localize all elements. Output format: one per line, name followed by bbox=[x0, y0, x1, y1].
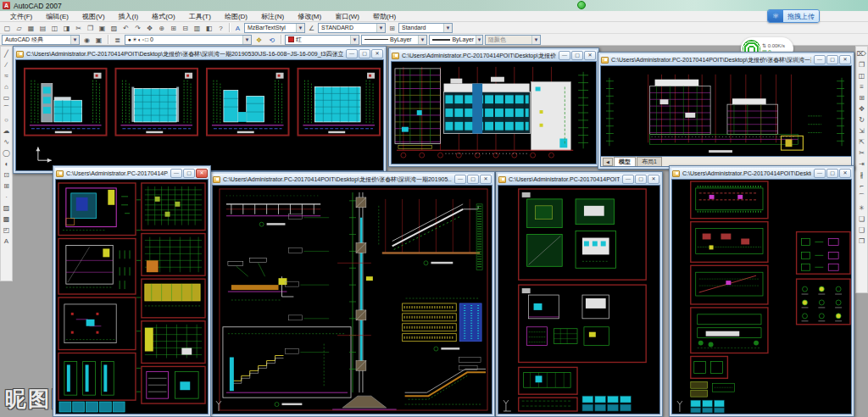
undo-icon[interactable]: ↶ bbox=[120, 23, 131, 33]
minimize-button[interactable]: — bbox=[170, 169, 182, 178]
properties-icon[interactable]: ▥ bbox=[192, 23, 203, 33]
draworder-front-icon[interactable]: ❏ bbox=[856, 214, 867, 225]
hatch-icon[interactable]: ▨ bbox=[1, 203, 12, 214]
combo-arrow-icon[interactable]: ▼ bbox=[476, 36, 482, 44]
close-button[interactable]: ✕ bbox=[648, 175, 659, 184]
tray-green-icon[interactable] bbox=[577, 1, 586, 9]
combo-arrow-icon[interactable]: ▼ bbox=[242, 36, 251, 44]
combo-arrow-icon[interactable]: ▼ bbox=[443, 24, 452, 32]
minimize-button[interactable]: — bbox=[559, 51, 570, 60]
draworder-above-icon[interactable]: ❒ bbox=[856, 236, 867, 247]
tab-layout1[interactable]: 布局1 bbox=[637, 157, 662, 166]
arc-icon[interactable]: ⌒ bbox=[1, 103, 12, 114]
window-titlebar[interactable]: C:\Users\Administrator.PC-20170414POIT\D… bbox=[55, 168, 209, 179]
minimize-button[interactable]: — bbox=[814, 55, 826, 64]
offset-icon[interactable]: ≡ bbox=[856, 81, 867, 92]
drawing-canvas[interactable] bbox=[55, 179, 209, 414]
scale-icon[interactable]: ⇲ bbox=[856, 125, 867, 136]
save-file-icon[interactable]: ▦ bbox=[25, 23, 36, 33]
tab-model[interactable]: 模型 bbox=[614, 157, 636, 166]
line-icon[interactable]: ╱ bbox=[1, 48, 12, 59]
mtext-icon[interactable]: A bbox=[1, 236, 12, 247]
drawing-canvas[interactable] bbox=[498, 185, 660, 414]
window-titlebar[interactable]: C:\Users\Administrator.PC-20170414POIT\D… bbox=[600, 54, 852, 65]
zoom-realtime-icon[interactable]: ⊕ bbox=[156, 23, 167, 33]
window-titlebar[interactable]: C:\Users\Administrator.PC-20170414POIT\D… bbox=[671, 168, 852, 179]
copy-object-icon[interactable]: ❐ bbox=[856, 59, 867, 70]
menu-dimension[interactable]: 标注(N) bbox=[254, 11, 291, 22]
menu-window[interactable]: 窗口(W) bbox=[328, 11, 366, 22]
explode-icon[interactable]: ✳ bbox=[856, 203, 867, 214]
close-button[interactable]: ✕ bbox=[480, 175, 492, 184]
plot-preview-icon[interactable]: ◫ bbox=[49, 23, 60, 33]
menu-tools[interactable]: 工具(T) bbox=[182, 11, 218, 22]
polyline-icon[interactable]: ≈ bbox=[1, 70, 12, 81]
insert-block-icon[interactable]: ⊡ bbox=[1, 170, 12, 181]
trim-icon[interactable]: ✂ bbox=[856, 147, 867, 158]
match-properties-icon[interactable]: ▨ bbox=[108, 23, 120, 33]
menu-modify[interactable]: 修改(M) bbox=[291, 11, 328, 22]
drawing-window-panels[interactable]: C:\Users\Administrator.PC-20170414POIT..… bbox=[495, 171, 663, 417]
combo-arrow-icon[interactable]: ▼ bbox=[350, 36, 359, 44]
dim-style-combo[interactable]: STANDARD▼ bbox=[318, 23, 386, 33]
minimize-button[interactable]: — bbox=[346, 49, 358, 58]
combo-arrow-icon[interactable]: ▼ bbox=[296, 24, 304, 32]
workspace-settings-icon[interactable]: ◉ bbox=[81, 35, 92, 45]
table-style-icon[interactable]: ⊞ bbox=[387, 23, 398, 33]
extend-icon[interactable]: ⇥ bbox=[856, 158, 867, 170]
redo-icon[interactable]: ↷ bbox=[132, 23, 143, 33]
color-combo[interactable]: 红 ▼ bbox=[285, 35, 359, 45]
region-icon[interactable]: ◰ bbox=[1, 225, 12, 236]
text-style-icon[interactable]: A bbox=[232, 23, 243, 33]
stretch-icon[interactable]: ⇱ bbox=[856, 136, 867, 147]
open-file-icon[interactable]: ▱ bbox=[14, 23, 25, 33]
zoom-previous-icon[interactable]: ⊟ bbox=[180, 23, 191, 33]
drawing-canvas[interactable] bbox=[671, 179, 852, 414]
make-block-icon[interactable]: ⊞ bbox=[1, 181, 12, 192]
polygon-icon[interactable]: ⌂ bbox=[1, 81, 12, 92]
drawing-window-towers[interactable]: C:\Users\Administrator.PC-20170414POIT\D… bbox=[598, 52, 854, 170]
close-button[interactable]: ✕ bbox=[371, 49, 383, 58]
close-button[interactable]: ✕ bbox=[839, 55, 851, 64]
drawing-canvas[interactable] bbox=[391, 61, 597, 164]
erase-icon[interactable]: ⌦ bbox=[856, 48, 867, 59]
revision-cloud-icon[interactable]: ☁ bbox=[1, 125, 12, 136]
window-titlebar[interactable]: C:\Users\Administrator.PC-20170414POIT..… bbox=[498, 174, 660, 185]
drawing-window-section[interactable]: C:\Users\Administrator.PC-20170414POIT\D… bbox=[388, 47, 599, 167]
help-icon[interactable]: ? bbox=[215, 23, 226, 33]
restore-button[interactable]: ▢ bbox=[826, 55, 838, 64]
drag-upload-button[interactable]: ⚛ 拖拽上传 bbox=[767, 9, 820, 23]
restore-button[interactable]: ▢ bbox=[467, 175, 479, 184]
lineweight-combo[interactable]: ByLayer ▼ bbox=[429, 35, 483, 45]
drawing-window-right-plans[interactable]: C:\Users\Administrator.PC-20170414POIT\D… bbox=[669, 165, 854, 417]
menu-insert[interactable]: 插入(I) bbox=[112, 11, 146, 22]
layer-previous-icon[interactable]: ⟲ bbox=[266, 35, 277, 45]
drawing-canvas[interactable] bbox=[15, 59, 384, 171]
drawing-window-details[interactable]: C:\Users\Administrator.PC-20170414POIT\D… bbox=[209, 171, 495, 417]
workspace-save-icon[interactable]: ▣ bbox=[93, 35, 104, 45]
point-icon[interactable]: · bbox=[1, 192, 12, 203]
close-button[interactable]: ✕ bbox=[839, 169, 851, 178]
plot-icon[interactable]: ▤ bbox=[37, 23, 48, 33]
copy-clip-icon[interactable]: ❐ bbox=[85, 23, 96, 33]
menu-help[interactable]: 帮助(H) bbox=[366, 11, 403, 22]
linetype-combo[interactable]: ByLayer ▼ bbox=[361, 35, 427, 45]
menu-draw[interactable]: 绘图(D) bbox=[218, 11, 254, 22]
pan-icon[interactable]: ✥ bbox=[144, 23, 155, 33]
close-button[interactable]: ✕ bbox=[584, 51, 596, 60]
restore-button[interactable]: ▢ bbox=[635, 175, 647, 184]
restore-button[interactable]: ▢ bbox=[826, 169, 838, 178]
construction-line-icon[interactable]: ∕ bbox=[1, 59, 12, 70]
mirror-icon[interactable]: ◫ bbox=[856, 70, 867, 81]
dim-style-icon[interactable]: ∠ bbox=[306, 23, 317, 33]
break-icon[interactable]: ∦ bbox=[856, 170, 867, 181]
spline-icon[interactable]: ∿ bbox=[1, 136, 12, 147]
layer-combo[interactable]: ●☀◐▫□ 0 ▼ bbox=[125, 35, 252, 45]
new-file-icon[interactable]: ▢ bbox=[2, 23, 13, 33]
menu-view[interactable]: 视图(V) bbox=[75, 11, 112, 22]
cut-icon[interactable]: ✂ bbox=[73, 23, 84, 33]
draworder-back-icon[interactable]: ❑ bbox=[856, 225, 867, 236]
publish-icon[interactable]: ◨ bbox=[61, 23, 72, 33]
combo-arrow-icon[interactable]: ▼ bbox=[70, 36, 79, 44]
drawing-window-elevations[interactable]: C:\Users\Administrator.PC-20170414POIT\D… bbox=[13, 46, 387, 174]
